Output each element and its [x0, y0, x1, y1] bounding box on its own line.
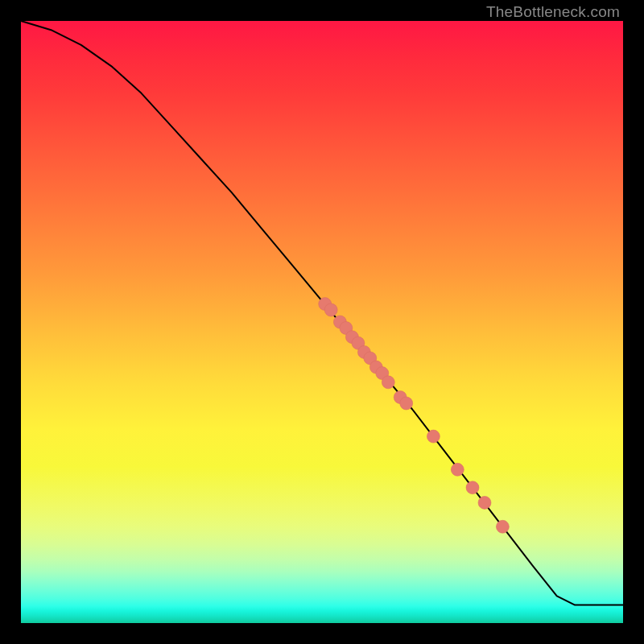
data-point	[478, 496, 491, 509]
data-point	[400, 397, 413, 410]
dots-group	[319, 298, 510, 534]
data-point	[382, 376, 394, 389]
chart-svg	[21, 21, 623, 623]
data-point	[324, 303, 337, 316]
chart-stage: TheBottleneck.com	[0, 0, 644, 644]
data-point	[451, 463, 464, 476]
data-point	[466, 481, 479, 494]
data-point	[496, 520, 509, 533]
plot-area	[21, 21, 623, 623]
watermark-text: TheBottleneck.com	[486, 3, 620, 21]
curve-path	[21, 21, 623, 605]
data-point	[427, 430, 440, 443]
